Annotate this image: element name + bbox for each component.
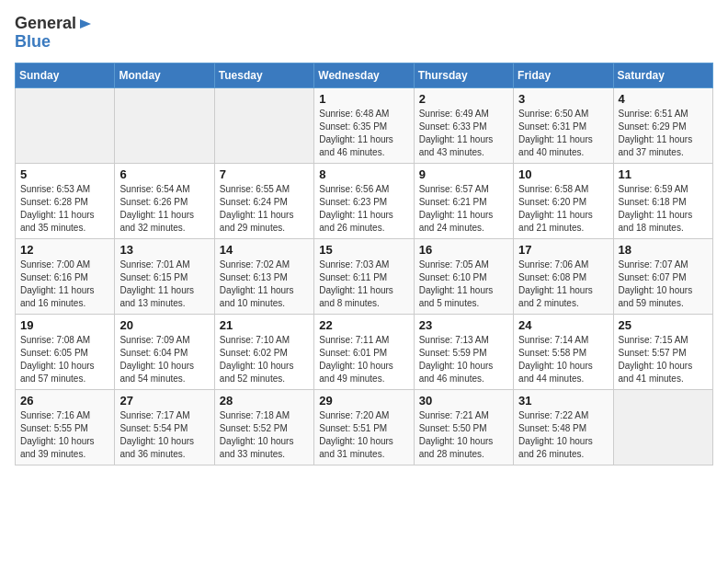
day-detail: Sunrise: 6:59 AM Sunset: 6:18 PM Dayligh…: [619, 183, 708, 235]
day-number: 21: [220, 318, 309, 332]
calendar-day-cell: 24Sunrise: 7:14 AM Sunset: 5:58 PM Dayli…: [514, 314, 613, 389]
calendar-week-row: 1Sunrise: 6:48 AM Sunset: 6:35 PM Daylig…: [16, 87, 713, 163]
day-number: 11: [619, 167, 708, 181]
day-number: 30: [419, 394, 508, 408]
day-detail: Sunrise: 6:53 AM Sunset: 6:28 PM Dayligh…: [20, 183, 109, 235]
day-number: 28: [220, 394, 309, 408]
day-detail: Sunrise: 7:21 AM Sunset: 5:50 PM Dayligh…: [419, 409, 508, 461]
day-detail: Sunrise: 7:15 AM Sunset: 5:57 PM Dayligh…: [619, 334, 708, 385]
day-number: 15: [319, 243, 408, 257]
calendar-day-cell: 31Sunrise: 7:22 AM Sunset: 5:48 PM Dayli…: [514, 389, 613, 465]
calendar-day-cell: 3Sunrise: 6:50 AM Sunset: 6:31 PM Daylig…: [514, 87, 613, 163]
calendar-day-cell: 28Sunrise: 7:18 AM Sunset: 5:52 PM Dayli…: [214, 389, 313, 465]
calendar-day-cell: 23Sunrise: 7:13 AM Sunset: 5:59 PM Dayli…: [414, 314, 513, 389]
calendar-day-cell: 25Sunrise: 7:15 AM Sunset: 5:57 PM Dayli…: [613, 314, 712, 389]
day-detail: Sunrise: 6:58 AM Sunset: 6:20 PM Dayligh…: [518, 183, 608, 235]
calendar-week-row: 5Sunrise: 6:53 AM Sunset: 6:28 PM Daylig…: [16, 163, 713, 238]
day-number: 22: [319, 318, 408, 332]
weekday-header: Wednesday: [314, 63, 414, 87]
day-detail: Sunrise: 7:18 AM Sunset: 5:52 PM Dayligh…: [220, 409, 309, 461]
day-detail: Sunrise: 7:09 AM Sunset: 6:04 PM Dayligh…: [119, 334, 209, 385]
weekday-header: Monday: [115, 63, 214, 87]
calendar-day-cell: 1Sunrise: 6:48 AM Sunset: 6:35 PM Daylig…: [314, 87, 414, 163]
calendar-day-cell: 7Sunrise: 6:55 AM Sunset: 6:24 PM Daylig…: [214, 163, 313, 238]
day-number: 31: [518, 394, 608, 408]
day-detail: Sunrise: 6:55 AM Sunset: 6:24 PM Dayligh…: [220, 183, 309, 235]
calendar-day-cell: [613, 389, 712, 465]
calendar-day-cell: 20Sunrise: 7:09 AM Sunset: 6:04 PM Dayli…: [115, 314, 214, 389]
calendar-day-cell: 18Sunrise: 7:07 AM Sunset: 6:07 PM Dayli…: [613, 238, 712, 314]
day-detail: Sunrise: 7:17 AM Sunset: 5:54 PM Dayligh…: [119, 409, 209, 461]
day-detail: Sunrise: 7:13 AM Sunset: 5:59 PM Dayligh…: [419, 334, 508, 385]
day-detail: Sunrise: 7:16 AM Sunset: 5:55 PM Dayligh…: [20, 409, 109, 461]
day-number: 14: [220, 243, 309, 257]
day-number: 9: [419, 167, 508, 181]
day-detail: Sunrise: 6:54 AM Sunset: 6:26 PM Dayligh…: [119, 183, 209, 235]
weekday-header: Friday: [514, 63, 613, 87]
day-detail: Sunrise: 7:11 AM Sunset: 6:01 PM Dayligh…: [319, 334, 408, 385]
weekday-header: Tuesday: [214, 63, 313, 87]
calendar-week-row: 19Sunrise: 7:08 AM Sunset: 6:05 PM Dayli…: [16, 314, 713, 389]
svg-marker-0: [80, 19, 91, 29]
day-number: 27: [119, 394, 209, 408]
day-number: 7: [220, 167, 309, 181]
calendar-day-cell: [115, 87, 214, 163]
day-number: 3: [518, 92, 608, 106]
day-number: 16: [419, 243, 508, 257]
day-detail: Sunrise: 7:06 AM Sunset: 6:08 PM Dayligh…: [518, 259, 608, 310]
calendar-day-cell: 10Sunrise: 6:58 AM Sunset: 6:20 PM Dayli…: [514, 163, 613, 238]
day-detail: Sunrise: 7:07 AM Sunset: 6:07 PM Dayligh…: [619, 259, 708, 310]
calendar-day-cell: 12Sunrise: 7:00 AM Sunset: 6:16 PM Dayli…: [16, 238, 115, 314]
day-number: 1: [319, 92, 408, 106]
day-number: 19: [20, 318, 109, 332]
weekday-header-row: SundayMondayTuesdayWednesdayThursdayFrid…: [16, 63, 713, 87]
day-number: 5: [20, 167, 109, 181]
weekday-header: Thursday: [414, 63, 513, 87]
calendar-day-cell: 2Sunrise: 6:49 AM Sunset: 6:33 PM Daylig…: [414, 87, 513, 163]
day-detail: Sunrise: 6:51 AM Sunset: 6:29 PM Dayligh…: [619, 108, 708, 159]
day-detail: Sunrise: 7:03 AM Sunset: 6:11 PM Dayligh…: [319, 259, 408, 310]
day-number: 29: [319, 394, 408, 408]
calendar-day-cell: 14Sunrise: 7:02 AM Sunset: 6:13 PM Dayli…: [214, 238, 313, 314]
calendar-day-cell: 4Sunrise: 6:51 AM Sunset: 6:29 PM Daylig…: [613, 87, 712, 163]
day-detail: Sunrise: 6:48 AM Sunset: 6:35 PM Dayligh…: [319, 108, 408, 159]
day-number: 25: [619, 318, 708, 332]
day-detail: Sunrise: 7:02 AM Sunset: 6:13 PM Dayligh…: [220, 259, 309, 310]
calendar-day-cell: 27Sunrise: 7:17 AM Sunset: 5:54 PM Dayli…: [115, 389, 214, 465]
day-detail: Sunrise: 6:57 AM Sunset: 6:21 PM Dayligh…: [419, 183, 508, 235]
day-number: 23: [419, 318, 508, 332]
calendar-day-cell: 8Sunrise: 6:56 AM Sunset: 6:23 PM Daylig…: [314, 163, 414, 238]
calendar-day-cell: 6Sunrise: 6:54 AM Sunset: 6:26 PM Daylig…: [115, 163, 214, 238]
day-number: 26: [20, 394, 109, 408]
calendar-week-row: 12Sunrise: 7:00 AM Sunset: 6:16 PM Dayli…: [16, 238, 713, 314]
day-number: 24: [518, 318, 608, 332]
day-number: 10: [518, 167, 608, 181]
calendar-day-cell: 13Sunrise: 7:01 AM Sunset: 6:15 PM Dayli…: [115, 238, 214, 314]
calendar-day-cell: 9Sunrise: 6:57 AM Sunset: 6:21 PM Daylig…: [414, 163, 513, 238]
day-detail: Sunrise: 7:20 AM Sunset: 5:51 PM Dayligh…: [319, 409, 408, 461]
logo: GeneralBlue: [15, 15, 95, 52]
calendar-day-cell: [16, 87, 115, 163]
day-number: 17: [518, 243, 608, 257]
calendar-day-cell: 15Sunrise: 7:03 AM Sunset: 6:11 PM Dayli…: [314, 238, 414, 314]
calendar-day-cell: [214, 87, 313, 163]
calendar-day-cell: 11Sunrise: 6:59 AM Sunset: 6:18 PM Dayli…: [613, 163, 712, 238]
day-number: 4: [619, 92, 708, 106]
calendar-day-cell: 21Sunrise: 7:10 AM Sunset: 6:02 PM Dayli…: [214, 314, 313, 389]
calendar-day-cell: 22Sunrise: 7:11 AM Sunset: 6:01 PM Dayli…: [314, 314, 414, 389]
day-detail: Sunrise: 7:10 AM Sunset: 6:02 PM Dayligh…: [220, 334, 309, 385]
calendar-day-cell: 17Sunrise: 7:06 AM Sunset: 6:08 PM Dayli…: [514, 238, 613, 314]
day-detail: Sunrise: 6:49 AM Sunset: 6:33 PM Dayligh…: [419, 108, 508, 159]
day-detail: Sunrise: 7:05 AM Sunset: 6:10 PM Dayligh…: [419, 259, 508, 310]
day-number: 18: [619, 243, 708, 257]
day-detail: Sunrise: 7:00 AM Sunset: 6:16 PM Dayligh…: [20, 259, 109, 310]
calendar-day-cell: 5Sunrise: 6:53 AM Sunset: 6:28 PM Daylig…: [16, 163, 115, 238]
day-detail: Sunrise: 6:56 AM Sunset: 6:23 PM Dayligh…: [319, 183, 408, 235]
calendar-day-cell: 19Sunrise: 7:08 AM Sunset: 6:05 PM Dayli…: [16, 314, 115, 389]
calendar-day-cell: 29Sunrise: 7:20 AM Sunset: 5:51 PM Dayli…: [314, 389, 414, 465]
day-number: 13: [119, 243, 209, 257]
day-detail: Sunrise: 7:22 AM Sunset: 5:48 PM Dayligh…: [518, 409, 608, 461]
day-number: 8: [319, 167, 408, 181]
day-detail: Sunrise: 7:01 AM Sunset: 6:15 PM Dayligh…: [119, 259, 209, 310]
day-number: 12: [20, 243, 109, 257]
